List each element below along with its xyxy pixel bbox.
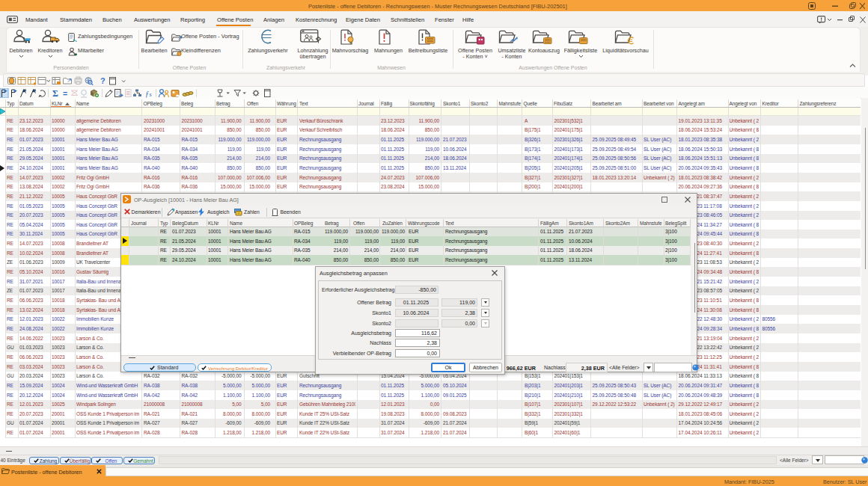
svg-text:Σ: Σ xyxy=(52,88,58,98)
svg-text:?: ? xyxy=(100,76,106,85)
svg-text:=: = xyxy=(63,89,67,98)
svg-text:s: s xyxy=(150,91,152,98)
svg-text:ƒ: ƒ xyxy=(145,90,149,98)
